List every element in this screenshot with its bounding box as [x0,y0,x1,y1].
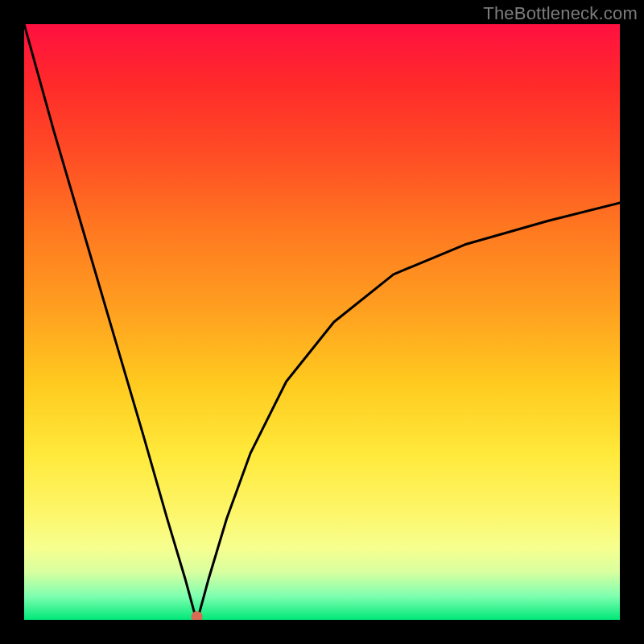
bottleneck-curve [24,24,620,620]
watermark-text: TheBottleneck.com [483,3,638,24]
min-marker [192,611,203,620]
chart-frame: TheBottleneck.com [0,0,644,644]
plot-area [24,24,620,620]
curve-svg [24,24,620,620]
